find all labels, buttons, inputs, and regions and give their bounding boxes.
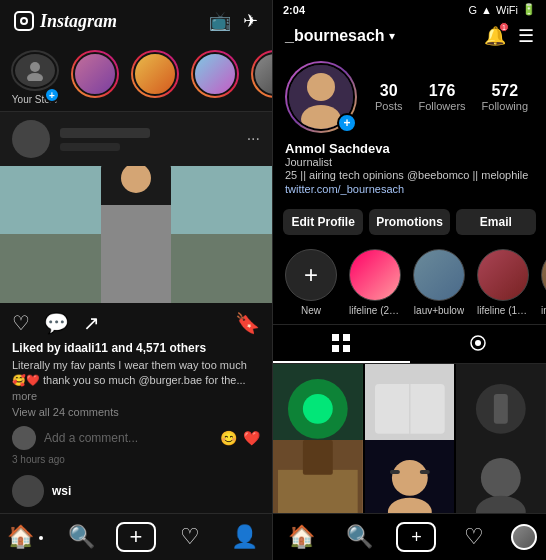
share-icon[interactable]: ↗ — [83, 311, 100, 335]
right-bottom-nav: 🏠 🔍 + ♡ — [273, 513, 546, 560]
view-comments[interactable]: View all 24 comments — [12, 406, 260, 418]
profile-link[interactable]: twitter.com/_bournesach — [285, 183, 534, 195]
edit-profile-button[interactable]: Edit Profile — [283, 209, 363, 235]
suggested-name: wsi — [52, 484, 71, 498]
highlight-new-label: New — [301, 305, 321, 316]
instagram-logo-icon — [14, 11, 34, 31]
nav-plus-icon[interactable]: + — [116, 522, 156, 552]
story-item-2[interactable] — [130, 50, 180, 103]
posts-stat[interactable]: 30 Posts — [375, 82, 403, 112]
profile-username: _bournesach — [285, 27, 385, 45]
highlight-lauv[interactable]: lauv+bulow — [413, 249, 465, 316]
svg-rect-19 — [494, 394, 508, 424]
svg-rect-8 — [343, 345, 350, 352]
followers-stat[interactable]: 176 Followers — [418, 82, 465, 112]
stories-row: + Your Story — [0, 42, 272, 111]
emoji-button-2[interactable]: ❤️ — [243, 430, 260, 446]
post-text-area: Liked by idaali11 and 4,571 others Liter… — [0, 339, 272, 422]
logo-area: Instagram — [14, 11, 117, 32]
left-header: Instagram 📺 ✈ — [0, 0, 272, 42]
status-bar: 2:04 G ▲ WiFi 🔋 — [273, 0, 546, 19]
status-time: 2:04 — [283, 4, 305, 16]
email-button[interactable]: Email — [456, 209, 536, 235]
profile-name: Anmol Sachdeva — [285, 141, 534, 156]
header-icons: 📺 ✈ — [209, 10, 258, 32]
grid-toggle — [273, 324, 546, 364]
signal-icon: ▲ — [481, 4, 492, 16]
like-icon[interactable]: ♡ — [12, 311, 30, 335]
post-actions-row: ♡ 💬 ↗ 🔖 — [0, 303, 272, 339]
followers-label: Followers — [418, 100, 465, 112]
post-caption: Literally my fav pants I wear them way t… — [12, 358, 260, 404]
suggested-avatar — [12, 475, 44, 507]
bookmark-icon[interactable]: 🔖 — [235, 311, 260, 335]
right-nav-profile-avatar[interactable] — [511, 524, 537, 550]
wifi-icon: WiFi — [496, 4, 518, 16]
emoji-button-1[interactable]: 😊 — [220, 430, 237, 446]
following-label: Following — [482, 100, 528, 112]
profile-section: + 30 Posts 176 Followers 572 Following — [273, 53, 546, 141]
profile-bio: Anmol Sachdeva Journalist 25 || airing t… — [273, 141, 546, 203]
svg-rect-5 — [332, 334, 339, 341]
paper-plane-icon[interactable]: ✈ — [243, 10, 258, 32]
right-nav-plus-icon[interactable]: + — [396, 522, 436, 552]
nav-home-icon[interactable]: 🏠 — [7, 522, 47, 552]
nav-search-icon[interactable]: 🔍 — [62, 522, 102, 552]
tag-view-button[interactable] — [410, 325, 547, 363]
your-story-item[interactable]: + Your Story — [10, 50, 60, 103]
profile-occupation: Journalist — [285, 156, 534, 168]
right-nav-search-icon[interactable]: 🔍 — [339, 522, 379, 552]
right-profile-panel: 2:04 G ▲ WiFi 🔋 _bournesach ▾ 🔔 1 ☰ — [273, 0, 546, 560]
suggestion-subtitle — [60, 143, 120, 151]
posts-count: 30 — [380, 82, 398, 100]
photo-cell-4[interactable] — [273, 440, 363, 513]
story-item-3[interactable] — [190, 50, 240, 103]
story-item-4[interactable] — [250, 50, 272, 103]
left-bottom-nav: 🏠 🔍 + ♡ 👤 — [0, 513, 272, 560]
svg-point-13 — [303, 394, 333, 424]
commenter-avatar — [12, 426, 36, 450]
left-feed-panel: Instagram 📺 ✈ + Your Story — [0, 0, 273, 560]
instagram-logo-text: Instagram — [40, 11, 117, 32]
svg-rect-26 — [390, 470, 400, 474]
hamburger-menu-icon[interactable]: ☰ — [518, 25, 534, 47]
nav-profile-icon[interactable]: 👤 — [225, 522, 265, 552]
highlight-influencer-label: influencerrm... — [541, 305, 546, 316]
right-header: _bournesach ▾ 🔔 1 ☰ — [273, 19, 546, 53]
profile-description: 25 || airing tech opinions @beebomco || … — [285, 168, 534, 183]
add-to-story-button[interactable]: + — [337, 113, 357, 133]
svg-rect-27 — [419, 470, 429, 474]
post-more-link[interactable]: more — [12, 390, 37, 402]
post-caption-text: Literally my fav pants I wear them way t… — [12, 359, 247, 386]
comment-placeholder[interactable]: Add a comment... — [44, 431, 212, 445]
grid-view-button[interactable] — [273, 325, 410, 363]
right-nav-home-icon[interactable]: 🏠 — [282, 522, 322, 552]
promotions-button[interactable]: Promotions — [369, 209, 449, 235]
suggestion-name — [60, 128, 150, 138]
notification-bell-icon[interactable]: 🔔 1 — [484, 25, 506, 47]
status-icons: G ▲ WiFi 🔋 — [469, 3, 536, 16]
post-time: 3 hours ago — [0, 454, 272, 469]
following-stat[interactable]: 572 Following — [482, 82, 528, 112]
username-dropdown-icon[interactable]: ▾ — [389, 29, 395, 43]
g-icon: G — [469, 4, 478, 16]
highlight-lifeline1[interactable]: lifeline (2/n... — [349, 249, 401, 316]
svg-rect-7 — [332, 345, 339, 352]
comment-icon[interactable]: 💬 — [44, 311, 69, 335]
highlight-lifeline2[interactable]: lifeline (1/n... — [477, 249, 529, 316]
photo-grid — [273, 364, 546, 513]
more-options-icon[interactable]: ··· — [247, 130, 260, 148]
svg-point-0 — [30, 62, 40, 72]
comment-input-row: Add a comment... 😊 ❤️ — [0, 422, 272, 454]
photo-cell-6[interactable] — [456, 440, 546, 513]
story-item-1[interactable] — [70, 50, 120, 103]
highlight-new[interactable]: + New — [285, 249, 337, 316]
profile-stats: 30 Posts 176 Followers 572 Following — [369, 82, 534, 112]
nav-heart-icon[interactable]: ♡ — [170, 522, 210, 552]
svg-point-24 — [392, 460, 428, 496]
right-nav-heart-icon[interactable]: ♡ — [454, 522, 494, 552]
highlight-influencer[interactable]: influencerrm... — [541, 249, 546, 316]
tv-icon[interactable]: 📺 — [209, 10, 231, 32]
photo-cell-5[interactable] — [365, 440, 455, 513]
post-likes: Liked by idaali11 and 4,571 others — [12, 341, 260, 355]
